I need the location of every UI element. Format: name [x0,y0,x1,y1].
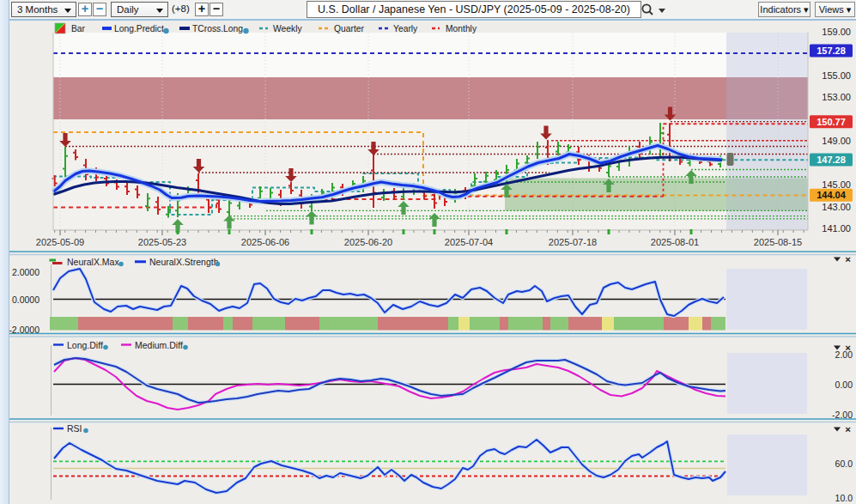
svg-text:2025-05-23: 2025-05-23 [138,237,186,247]
svg-text:Quarter: Quarter [334,24,364,33]
svg-text:Monthly: Monthly [446,24,477,33]
svg-text:143.00: 143.00 [822,202,851,212]
svg-text:2025-05-09: 2025-05-09 [36,237,84,247]
svg-text:2025-07-04: 2025-07-04 [445,237,493,247]
svg-text:2025-07-18: 2025-07-18 [549,237,597,247]
svg-text:149.00: 149.00 [822,136,851,146]
svg-text:157.28: 157.28 [817,46,846,56]
svg-text:×: × [845,424,851,434]
svg-text:0.00: 0.00 [835,380,853,390]
svg-text:×: × [845,254,851,264]
svg-text:-2.00: -2.00 [832,410,853,420]
svg-text:NeuralX.Strength: NeuralX.Strength [149,257,219,267]
svg-text:RSI: RSI [67,423,82,434]
svg-text:Long.Predict: Long.Predict [114,24,164,33]
svg-text:NeuralX.Max: NeuralX.Max [67,257,119,267]
svg-text:153.00: 153.00 [822,92,851,102]
svg-text:Yearly: Yearly [393,24,418,33]
svg-text:-2.0000: -2.0000 [9,325,39,335]
svg-text:0.0000: 0.0000 [12,295,39,305]
svg-text:60.0: 60.0 [835,458,853,469]
svg-text:Bar: Bar [71,24,86,33]
svg-text:147.28: 147.28 [817,155,846,165]
svg-text:×: × [845,343,851,353]
svg-text:159.00: 159.00 [822,27,851,37]
svg-text:10.0: 10.0 [835,493,853,503]
svg-text:2025-08-01: 2025-08-01 [651,237,699,247]
svg-text:Long.Diff: Long.Diff [67,340,103,350]
svg-text:2025-08-15: 2025-08-15 [754,237,802,247]
svg-text:Medium.Diff: Medium.Diff [135,340,183,350]
svg-text:Weekly: Weekly [273,24,302,33]
svg-text:TCross.Long: TCross.Long [192,24,243,33]
svg-text:2025-06-20: 2025-06-20 [344,237,392,247]
svg-text:150.77: 150.77 [817,117,846,127]
svg-text:144.04: 144.04 [817,190,847,200]
svg-text:145.00: 145.00 [822,179,851,190]
svg-text:2025-06-06: 2025-06-06 [241,237,289,247]
svg-text:2.0000: 2.0000 [12,267,39,277]
svg-text:141.00: 141.00 [822,223,851,234]
svg-text:155.00: 155.00 [822,70,851,81]
